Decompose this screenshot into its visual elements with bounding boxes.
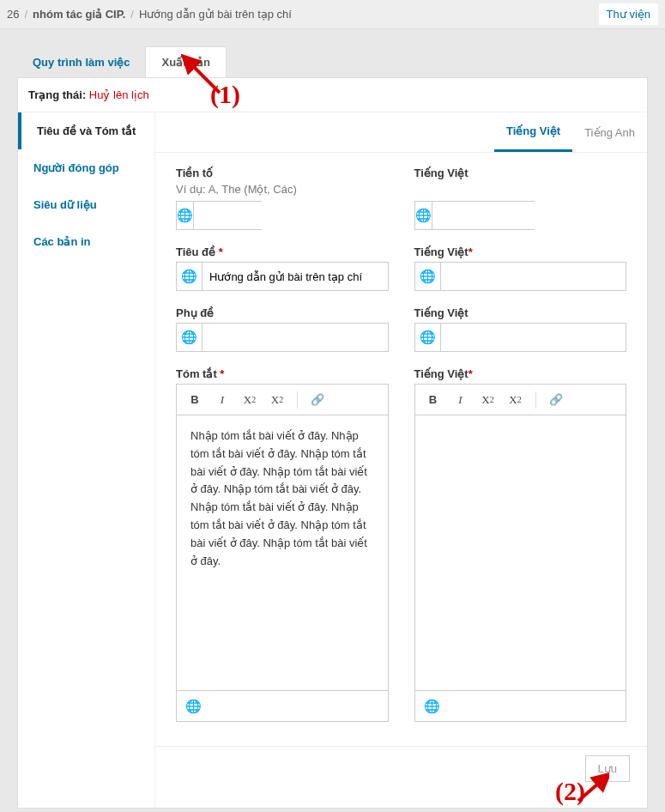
prefix-input-wrap: 🌐	[176, 201, 262, 230]
sidenav-title-abstract[interactable]: Tiêu đề và Tóm tắt	[18, 112, 154, 149]
subscript-button[interactable]: X2	[505, 390, 527, 410]
abstract-lang-editor: B I X2 X2 🔗 🌐	[414, 384, 627, 722]
editor-footer: 🌐	[177, 690, 388, 721]
globe-icon: 🌐	[185, 699, 202, 714]
langtab-vi[interactable]: Tiếng Việt	[494, 112, 572, 152]
editor-toolbar: B I X2 X2 🔗	[177, 385, 388, 415]
globe-icon: 🌐	[424, 699, 440, 714]
superscript-button[interactable]: X2	[477, 390, 499, 410]
prefix-lang-input-wrap: 🌐	[414, 201, 535, 230]
breadcrumb-sep: /	[24, 8, 27, 21]
toolbar-separator	[297, 391, 298, 409]
globe-icon: 🌐	[415, 263, 441, 290]
toolbar-separator	[535, 391, 536, 409]
language-tabs: Tiếng Việt Tiếng Anh	[155, 112, 647, 153]
side-nav: Tiêu đề và Tóm tắt Người đóng góp Siêu d…	[18, 112, 155, 808]
breadcrumb-group: nhóm tác giả CIP.	[33, 8, 125, 21]
title-lang-input[interactable]	[441, 263, 626, 290]
abstract-lang-body[interactable]	[415, 415, 626, 690]
sidenav-galleys[interactable]: Các bản in	[18, 223, 154, 260]
subtitle-input-wrap: 🌐	[176, 323, 389, 352]
subtitle-input[interactable]	[203, 324, 388, 351]
title-lang-label: Tiếng Việt*	[414, 245, 627, 258]
prefix-input[interactable]	[194, 202, 352, 229]
prefix-lang-label: Tiếng Việt	[414, 167, 627, 179]
main-tabs: Quy trình làm việc Xuất bản	[17, 46, 665, 77]
bold-button[interactable]: B	[422, 390, 444, 410]
subscript-button[interactable]: X2	[266, 390, 288, 410]
save-button[interactable]: Lưu	[585, 755, 630, 782]
library-button[interactable]: Thư viện	[599, 3, 658, 25]
prefix-lang-input[interactable]	[432, 202, 590, 229]
publish-panel: Trạng thái: Huỷ lên lịch Tiêu đề và Tóm …	[17, 77, 648, 809]
tab-publish[interactable]: Xuất bản	[145, 46, 226, 77]
globe-icon: 🌐	[177, 263, 203, 290]
sidenav-contributors[interactable]: Người đóng góp	[18, 149, 154, 186]
globe-icon: 🌐	[415, 324, 441, 351]
prefix-hint: Ví dụ: A, The (Một, Các)	[176, 183, 389, 196]
save-row: Lưu	[155, 746, 647, 791]
abstract-body[interactable]: Nhập tóm tắt bài viết ở đây. Nhập tóm tắ…	[177, 415, 388, 690]
abstract-editor: B I X2 X2 🔗 Nhập tóm tắt bài viết ở đây.…	[176, 384, 389, 722]
superscript-button[interactable]: X2	[239, 390, 261, 410]
link-button[interactable]: 🔗	[306, 390, 329, 410]
abstract-label: Tóm tắt *	[176, 367, 389, 380]
breadcrumb: 26 / nhóm tác giả CIP. / Hướng dẫn gửi b…	[7, 8, 292, 21]
sidenav-metadata[interactable]: Siêu dữ liệu	[18, 186, 154, 223]
link-button[interactable]: 🔗	[545, 390, 567, 410]
italic-button[interactable]: I	[450, 390, 472, 410]
subtitle-lang-input[interactable]	[441, 324, 626, 351]
subtitle-label: Phụ đề	[176, 306, 389, 319]
globe-icon: 🌐	[415, 202, 432, 229]
status-label: Trạng thái:	[28, 88, 86, 101]
bold-button[interactable]: B	[184, 390, 206, 410]
breadcrumb-sep: /	[130, 8, 134, 21]
editor-footer: 🌐	[415, 690, 626, 721]
prefix-label: Tiền tố	[176, 167, 389, 179]
title-input[interactable]	[203, 263, 388, 290]
breadcrumb-id: 26	[7, 8, 19, 21]
langtab-en[interactable]: Tiếng Anh	[572, 112, 647, 152]
title-label: Tiêu đề *	[176, 245, 389, 258]
abstract-lang-label: Tiếng Việt*	[414, 367, 627, 380]
status-cancel-link[interactable]: Huỷ lên lịch	[89, 88, 149, 101]
editor-toolbar: B I X2 X2 🔗	[415, 385, 626, 415]
subtitle-lang-input-wrap: 🌐	[414, 323, 627, 352]
subtitle-lang-label: Tiếng Việt	[414, 306, 627, 319]
globe-icon: 🌐	[177, 324, 203, 351]
title-input-wrap: 🌐	[176, 262, 389, 291]
tab-workflow[interactable]: Quy trình làm việc	[17, 46, 145, 77]
title-lang-input-wrap: 🌐	[414, 262, 627, 291]
header-bar: 26 / nhóm tác giả CIP. / Hướng dẫn gửi b…	[0, 0, 665, 29]
italic-button[interactable]: I	[211, 390, 233, 410]
breadcrumb-title: Hướng dẫn gửi bài trên tạp chí	[139, 8, 292, 21]
main-form-area: (1) Tiếng Việt Tiếng Anh Tiền tố Ví dụ: …	[155, 112, 647, 808]
globe-icon: 🌐	[177, 202, 194, 229]
status-row: Trạng thái: Huỷ lên lịch	[18, 78, 647, 112]
